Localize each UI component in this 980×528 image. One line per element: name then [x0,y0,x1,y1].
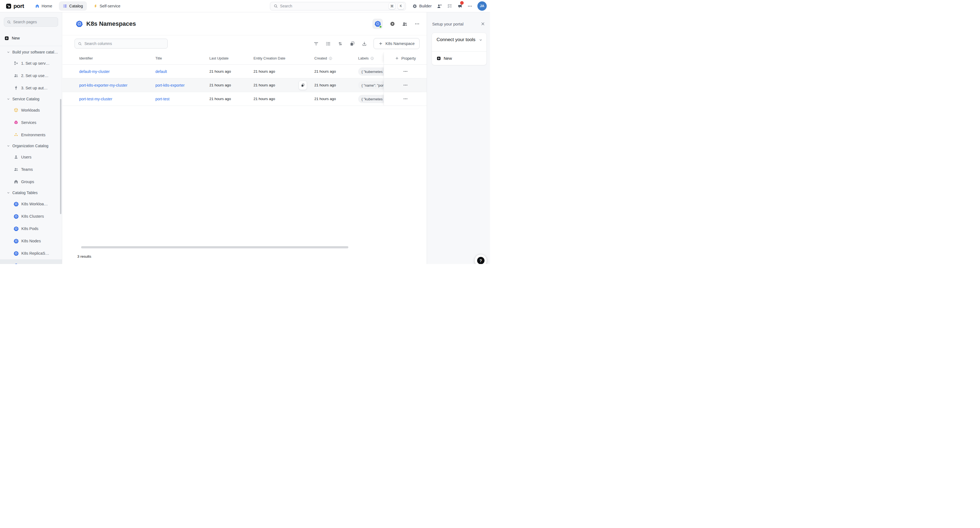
table-row[interactable]: port-k8s-exporter-my-cluster port-k8s-ex… [62,78,427,92]
sidebar-item-k8s-pods[interactable]: K8s Pods [0,222,62,234]
panel-new-button[interactable]: New [432,51,487,65]
column-header-entity-creation-date[interactable]: Entity Creation Date [253,52,285,65]
row-identifier-link[interactable]: port-test-my-cluster [79,92,112,106]
row-menu-button[interactable] [402,68,409,75]
sidebar-search-input[interactable] [13,20,55,24]
sidebar-scrollbar[interactable] [60,99,61,214]
question-mark-icon: ? [477,257,485,264]
sidebar-item-environments[interactable]: Environments [0,129,62,141]
sidebar-item-label: 1. Set up serv… [21,61,49,65]
sidebar-item-services[interactable]: Services [0,116,62,129]
info-icon [329,56,332,60]
row-menu-button[interactable] [402,82,409,89]
run-action-button[interactable] [390,21,395,26]
sidebar-item-setup-users[interactable]: 2. Set up use… [0,69,62,82]
table-row[interactable]: default-my-cluster default 21 hours ago … [62,65,427,78]
cube-icon [14,120,18,125]
export-button[interactable] [362,41,367,46]
sidebar-section-catalog-tables[interactable]: Catalog Tables [0,188,62,198]
column-header-title[interactable]: Title [155,52,162,65]
search-icon [7,20,11,24]
sidebar-item-groups[interactable]: Groups [0,175,62,188]
sidebar-item-teams[interactable]: Teams [0,163,62,175]
table-row[interactable]: port-test-my-cluster port-test 21 hours … [62,92,427,106]
copy-value-button[interactable] [299,81,307,90]
audience-button[interactable] [402,21,407,27]
port-logo[interactable]: port [5,3,24,9]
row-title-link[interactable]: port-test [155,92,169,106]
sidebar-item-label: K8s ReplicaS… [21,251,49,255]
more-menu-button[interactable] [468,4,472,8]
row-identifier-link[interactable]: default-my-cluster [79,65,110,78]
play-icon [390,21,395,26]
sidebar-item-k8s-workloads[interactable]: K8s Workloa… [0,198,62,210]
sidebar: New Build your software catal… 1. Set up… [0,12,62,264]
row-title-link[interactable]: default [155,65,167,78]
invite-user-button[interactable] [437,3,442,9]
row-menu-button[interactable] [402,96,409,102]
nav-item-home[interactable]: Home [31,2,56,11]
chevron-down-icon [479,38,483,42]
sidebar-item-k8s-namespaces[interactable]: K8s Namesp… [0,259,62,264]
row-title-link[interactable]: port-k8s-exporter [155,78,185,92]
checklist-button[interactable] [447,3,452,8]
sidebar-new-button[interactable]: New [0,34,62,43]
search-columns-input[interactable] [84,41,164,46]
labels-value: { "kubernetes [361,97,383,101]
search-columns [75,39,168,48]
page-more-button[interactable] [415,21,420,26]
sidebar-item-k8s-nodes[interactable]: K8s Nodes [0,234,62,247]
setup-portal-title: Setup your portal [432,22,463,26]
sidebar-item-workloads[interactable]: Workloads [0,104,62,116]
connect-tools-section[interactable]: Connect your tools [432,33,487,51]
chevron-down-icon [6,51,10,54]
drag-handle[interactable] [8,264,12,264]
column-header-created[interactable]: Created [314,52,332,65]
sort-button[interactable] [337,41,343,46]
home-icon [35,4,40,8]
sidebar-section-service-catalog[interactable]: Service Catalog [0,94,62,104]
port-logo-text: port [13,3,24,9]
plus-icon [395,56,399,60]
sidebar-item-setup-automations[interactable]: 3. Set up aut… [0,82,62,94]
add-property-button[interactable]: Property [395,52,416,65]
row-entity-creation-date: 21 hours ago [253,65,275,78]
row-identifier-link[interactable]: port-k8s-exporter-my-cluster [79,78,127,92]
page-header-actions [372,19,420,29]
global-search-input[interactable] [280,4,387,8]
catalog-icon [63,4,67,8]
sidebar-item-menu-button[interactable] [55,263,59,264]
add-k8s-namespace-button[interactable]: K8s Namespace [374,38,420,49]
nav-item-self-service[interactable]: Self-service [90,2,124,11]
manage-properties-button[interactable] [350,41,355,46]
plus-square-icon [5,36,9,41]
sidebar-section-build-catalog[interactable]: Build your software catal… [0,47,62,57]
sidebar-section-organization-catalog[interactable]: Organization Catalog [0,141,62,151]
table-header-row: Identifier Title Last Update Entity Crea… [62,52,427,65]
sidebar-item-k8s-replicasets[interactable]: K8s ReplicaS… [0,247,62,259]
column-header-identifier[interactable]: Identifier [79,52,93,65]
kubernetes-icon [76,20,83,27]
sidebar-item-k8s-clusters[interactable]: K8s Clusters [0,210,62,222]
table-toolbar: K8s Namespace [62,38,427,49]
avatar[interactable]: JA [477,2,487,11]
filter-button[interactable] [313,41,319,46]
sidebar-item-setup-service[interactable]: 1. Set up serv… [0,57,62,69]
builder-button[interactable]: Builder [412,4,432,8]
close-panel-button[interactable] [480,21,485,27]
blueprint-status-button[interactable] [372,19,383,29]
house-icon [14,179,18,184]
row-entity-creation-date: 21 hours ago [253,92,275,106]
column-header-last-update[interactable]: Last Update [209,52,229,65]
column-header-labels[interactable]: Labels [358,52,374,65]
navbar-right-cluster: Builder JA [412,2,487,11]
sidebar-item-users[interactable]: Users [0,151,62,163]
horizontal-scrollbar[interactable] [81,246,348,248]
announcements-button[interactable] [457,3,462,8]
list-icon [326,41,331,46]
ellipsis-icon [403,69,408,74]
group-by-button[interactable] [326,41,331,46]
app-root: port Home Catalog Self-service ⌘ K [0,0,490,264]
nav-item-catalog[interactable]: Catalog [59,2,87,11]
ellipsis-icon [415,21,420,26]
